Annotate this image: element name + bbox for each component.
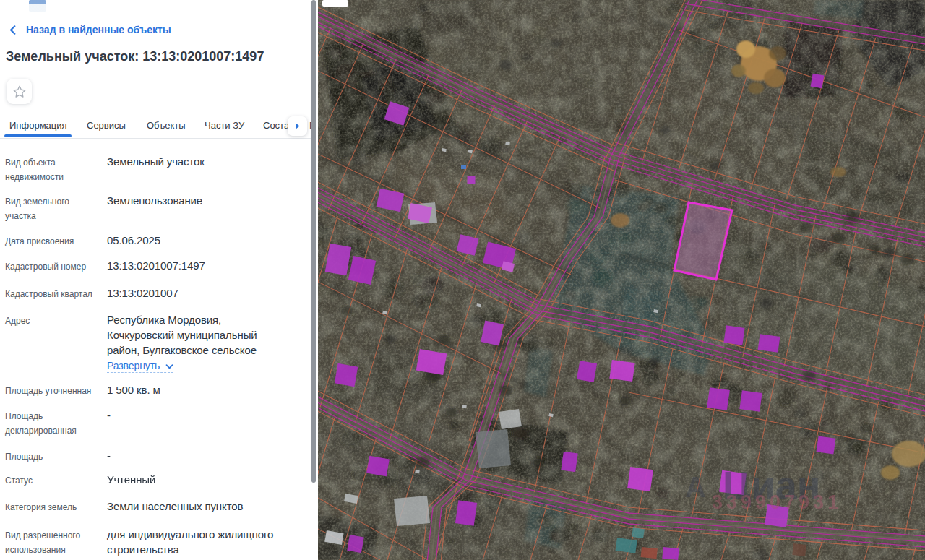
svg-text:339907931: 339907931 bbox=[712, 491, 842, 513]
svg-text:А: А bbox=[685, 471, 706, 503]
